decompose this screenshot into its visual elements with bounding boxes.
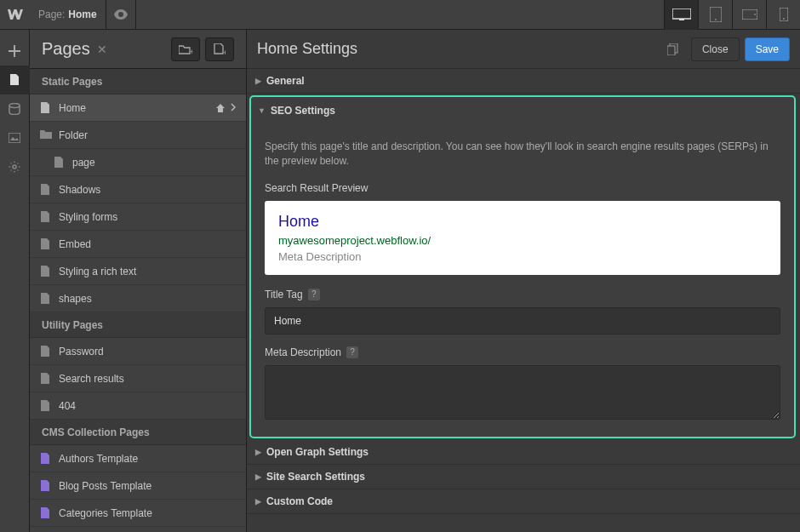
label-text: Title Tag — [265, 289, 303, 300]
new-page-button[interactable]: + — [205, 37, 234, 61]
cms-page-icon — [40, 480, 52, 492]
section-general[interactable]: ▶ General — [247, 69, 800, 94]
section-open-graph[interactable]: ▶ Open Graph Settings — [247, 440, 800, 465]
help-icon[interactable]: ? — [346, 346, 358, 358]
page-item-label: page — [72, 157, 95, 169]
section-seo[interactable]: ▼ SEO Settings — [251, 97, 794, 119]
page-item[interactable]: Styling forms — [30, 203, 246, 231]
close-icon[interactable]: ✕ — [97, 43, 107, 56]
preview-toggle[interactable] — [106, 0, 136, 30]
page-item[interactable]: Categories Template — [30, 500, 246, 527]
cms-page-icon — [40, 453, 52, 465]
page-item[interactable]: Password — [30, 338, 246, 365]
page-item-label: shapes — [59, 293, 92, 305]
section-label: Site Search Settings — [266, 471, 365, 483]
page-item-label: Categories Template — [59, 507, 152, 519]
seo-settings-panel: ▼ SEO Settings Specify this page's title… — [249, 95, 796, 438]
page-icon — [40, 400, 52, 412]
left-nav — [0, 30, 30, 532]
page-item[interactable]: 404 — [30, 392, 246, 420]
page-item[interactable]: Authors Template — [30, 445, 246, 472]
page-icon — [40, 184, 52, 196]
page-item[interactable]: Styling a rich text — [30, 258, 246, 285]
serp-title: Home — [278, 213, 767, 231]
page-item-label: Search results — [59, 373, 124, 385]
nav-cms[interactable] — [0, 94, 30, 123]
meta-description-label: Meta Description ? — [265, 346, 780, 358]
page-item[interactable]: Embed — [30, 231, 246, 258]
page-indicator[interactable]: Page: Home — [30, 0, 106, 29]
chevron-down-icon: ▼ — [258, 106, 266, 115]
section-custom-code[interactable]: ▶ Custom Code — [247, 489, 800, 514]
copy-icon[interactable] — [667, 43, 679, 55]
svg-point-7 — [783, 18, 785, 20]
svg-point-5 — [754, 14, 756, 15]
svg-rect-1 — [679, 19, 684, 20]
page-icon — [40, 293, 52, 305]
close-button[interactable]: Close — [691, 37, 740, 61]
svg-point-10 — [13, 165, 16, 169]
search-result-preview: Home myawesomeproject.webflow.io/ Meta D… — [265, 201, 780, 275]
page-item[interactable]: Shadows — [30, 176, 246, 203]
device-tablet[interactable] — [698, 0, 732, 30]
save-button[interactable]: Save — [745, 37, 790, 61]
svg-rect-9 — [9, 133, 20, 143]
page-item-label: Password — [59, 346, 104, 358]
page-item-label: Styling forms — [59, 211, 117, 223]
label-text: Meta Description — [265, 346, 341, 358]
page-item-label: Home — [59, 102, 86, 114]
page-item-label: Styling a rich text — [59, 266, 136, 277]
section-static-pages: Static Pages — [30, 69, 246, 94]
pages-panel-title: Pages ✕ — [42, 39, 171, 59]
serp-meta: Meta Description — [278, 250, 767, 263]
section-site-search[interactable]: ▶ Site Search Settings — [247, 465, 800, 489]
nav-pages[interactable] — [0, 66, 30, 94]
svg-text:+: + — [190, 48, 192, 54]
page-icon — [40, 238, 52, 250]
webflow-logo[interactable] — [0, 0, 30, 30]
page-item[interactable]: shapes — [30, 285, 246, 312]
page-item-home[interactable]: Home — [30, 94, 246, 122]
device-desktop[interactable] — [664, 0, 698, 30]
chevron-right-icon: ▶ — [255, 77, 261, 85]
title-tag-input[interactable] — [265, 307, 780, 335]
page-label-prefix: Page: — [38, 9, 65, 20]
section-utility-pages: Utility Pages — [30, 312, 246, 338]
seo-description-text: Specify this page's title and descriptio… — [265, 140, 780, 169]
pages-panel: Pages ✕ + + Static Pages Home Folder pag… — [30, 30, 247, 532]
serp-url: myawesomeproject.webflow.io/ — [278, 234, 767, 247]
meta-description-input[interactable] — [265, 365, 780, 420]
page-icon — [40, 266, 52, 277]
page-item-label: Embed — [59, 238, 91, 250]
nav-assets[interactable] — [0, 123, 30, 152]
svg-point-8 — [9, 104, 20, 108]
page-item[interactable]: Search results — [30, 365, 246, 392]
device-mobile[interactable] — [766, 0, 800, 30]
help-icon[interactable]: ? — [308, 289, 320, 300]
settings-panel: Home Settings Close Save ▶ General ▼ SEO… — [247, 30, 800, 532]
nav-settings[interactable] — [0, 152, 30, 181]
page-item-label: Blog Posts Template — [59, 480, 151, 492]
svg-rect-0 — [672, 9, 691, 19]
page-item-label: 404 — [59, 400, 76, 412]
section-label: General — [266, 75, 305, 87]
svg-point-3 — [715, 19, 717, 20]
svg-rect-14 — [667, 46, 675, 55]
chevron-right-icon[interactable] — [231, 103, 236, 113]
page-icon — [40, 102, 52, 114]
page-item[interactable]: Blog Posts Template — [30, 472, 246, 500]
page-item-label: Folder — [59, 129, 88, 141]
page-label-name: Home — [68, 9, 96, 20]
chevron-right-icon: ▶ — [255, 497, 261, 506]
section-cms-pages: CMS Collection Pages — [30, 420, 246, 445]
new-folder-button[interactable]: + — [171, 37, 200, 61]
device-tablet-landscape[interactable] — [732, 0, 766, 30]
folder-icon — [40, 129, 52, 141]
page-item[interactable]: page — [30, 149, 246, 176]
nav-add[interactable] — [0, 37, 30, 66]
page-item-label: Shadows — [59, 184, 100, 196]
svg-text:+: + — [223, 49, 226, 55]
page-item-folder[interactable]: Folder — [30, 122, 246, 149]
section-label: Open Graph Settings — [266, 446, 369, 458]
title-tag-label: Title Tag ? — [265, 289, 780, 300]
